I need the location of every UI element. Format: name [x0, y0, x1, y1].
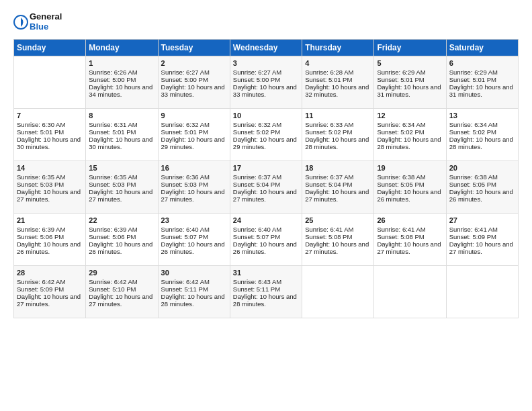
daylight-text: Daylight: 10 hours and 27 minutes.: [233, 188, 299, 203]
sunrise-text: Sunrise: 6:41 AM: [305, 226, 371, 233]
sunset-text: Sunset: 5:01 PM: [17, 128, 83, 136]
sunset-text: Sunset: 5:02 PM: [377, 128, 443, 136]
cell-3-1: 14Sunrise: 6:35 AMSunset: 5:03 PMDayligh…: [14, 161, 86, 213]
daylight-text: Daylight: 10 hours and 33 minutes.: [161, 83, 227, 98]
cell-3-3: 16Sunrise: 6:36 AMSunset: 5:03 PMDayligh…: [158, 161, 230, 213]
day-number: 6: [449, 59, 515, 67]
logo-general: General: [30, 12, 62, 22]
sunrise-text: Sunrise: 6:39 AM: [17, 226, 83, 233]
cell-4-3: 23Sunrise: 6:40 AMSunset: 5:07 PMDayligh…: [158, 213, 230, 265]
cell-1-4: 3Sunrise: 6:27 AMSunset: 5:00 PMDaylight…: [230, 56, 302, 108]
sunset-text: Sunset: 5:02 PM: [305, 128, 371, 136]
sunrise-text: Sunrise: 6:34 AM: [377, 121, 443, 128]
daylight-text: Daylight: 10 hours and 34 minutes.: [89, 83, 154, 98]
sunrise-text: Sunrise: 6:32 AM: [161, 121, 227, 128]
sunset-text: Sunset: 5:01 PM: [305, 76, 371, 83]
daylight-text: Daylight: 10 hours and 31 minutes.: [449, 83, 515, 98]
sunrise-text: Sunrise: 6:33 AM: [305, 121, 371, 128]
sunrise-text: Sunrise: 6:27 AM: [233, 68, 299, 76]
day-number: 29: [89, 269, 154, 277]
day-number: 30: [161, 269, 227, 277]
sunset-text: Sunset: 5:08 PM: [377, 233, 443, 240]
daylight-text: Daylight: 10 hours and 33 minutes.: [233, 83, 299, 98]
day-number: 18: [305, 164, 371, 172]
sunrise-text: Sunrise: 6:32 AM: [233, 121, 299, 128]
sunrise-text: Sunrise: 6:42 AM: [161, 278, 227, 285]
day-number: 31: [233, 269, 299, 277]
daylight-text: Daylight: 10 hours and 27 minutes.: [305, 240, 371, 255]
cell-2-1: 7Sunrise: 6:30 AMSunset: 5:01 PMDaylight…: [14, 108, 86, 161]
day-number: 21: [17, 216, 83, 224]
sunset-text: Sunset: 5:09 PM: [449, 233, 515, 240]
sunrise-text: Sunrise: 6:37 AM: [305, 173, 371, 181]
cell-5-5: [302, 265, 374, 318]
day-number: 15: [89, 164, 154, 172]
sunset-text: Sunset: 5:06 PM: [89, 233, 154, 240]
daylight-text: Daylight: 10 hours and 28 minutes.: [449, 136, 515, 150]
day-number: 25: [305, 216, 371, 224]
sunset-text: Sunset: 5:06 PM: [17, 233, 83, 240]
day-number: 7: [17, 111, 83, 120]
day-number: 2: [161, 59, 227, 67]
sunset-text: Sunset: 5:00 PM: [89, 76, 154, 83]
day-number: 5: [377, 59, 443, 67]
calendar-container: General Blue SundayMondayTuesdayWednesda…: [0, 0, 532, 325]
week-row-5: 28Sunrise: 6:42 AMSunset: 5:09 PMDayligh…: [14, 265, 519, 318]
header-thursday: Thursday: [302, 39, 374, 56]
cell-5-3: 30Sunrise: 6:42 AMSunset: 5:11 PMDayligh…: [158, 265, 230, 318]
cell-2-3: 9Sunrise: 6:32 AMSunset: 5:01 PMDaylight…: [158, 108, 230, 161]
cell-1-7: 6Sunrise: 6:29 AMSunset: 5:01 PMDaylight…: [446, 56, 518, 108]
daylight-text: Daylight: 10 hours and 28 minutes.: [377, 136, 443, 150]
cell-2-6: 12Sunrise: 6:34 AMSunset: 5:02 PMDayligh…: [374, 108, 446, 161]
daylight-text: Daylight: 10 hours and 27 minutes.: [89, 188, 154, 203]
sunset-text: Sunset: 5:02 PM: [449, 128, 515, 136]
daylight-text: Daylight: 10 hours and 27 minutes.: [161, 188, 227, 203]
daylight-text: Daylight: 10 hours and 29 minutes.: [161, 136, 227, 150]
cell-5-1: 28Sunrise: 6:42 AMSunset: 5:09 PMDayligh…: [14, 265, 86, 318]
sunset-text: Sunset: 5:11 PM: [233, 285, 299, 293]
cell-3-6: 19Sunrise: 6:38 AMSunset: 5:05 PMDayligh…: [374, 161, 446, 213]
sunset-text: Sunset: 5:01 PM: [377, 76, 443, 83]
day-number: 28: [17, 269, 83, 277]
logo: General Blue: [13, 12, 62, 32]
day-number: 26: [377, 216, 443, 224]
daylight-text: Daylight: 10 hours and 27 minutes.: [377, 240, 443, 255]
daylight-text: Daylight: 10 hours and 29 minutes.: [233, 136, 299, 150]
sunset-text: Sunset: 5:04 PM: [305, 181, 371, 188]
sunrise-text: Sunrise: 6:37 AM: [233, 173, 299, 181]
sunrise-text: Sunrise: 6:31 AM: [89, 121, 154, 128]
daylight-text: Daylight: 10 hours and 28 minutes.: [233, 293, 299, 308]
sunset-text: Sunset: 5:00 PM: [161, 76, 227, 83]
sunrise-text: Sunrise: 6:40 AM: [233, 226, 299, 233]
cell-1-5: 4Sunrise: 6:28 AMSunset: 5:01 PMDaylight…: [302, 56, 374, 108]
day-number: 4: [305, 59, 371, 67]
sunset-text: Sunset: 5:03 PM: [89, 181, 154, 188]
sunrise-text: Sunrise: 6:28 AM: [305, 68, 371, 76]
sunset-text: Sunset: 5:11 PM: [161, 285, 227, 293]
cell-5-6: [374, 265, 446, 318]
daylight-text: Daylight: 10 hours and 26 minutes.: [233, 240, 299, 255]
cell-5-7: [446, 265, 518, 318]
cell-3-2: 15Sunrise: 6:35 AMSunset: 5:03 PMDayligh…: [86, 161, 158, 213]
daylight-text: Daylight: 10 hours and 27 minutes.: [305, 188, 371, 203]
sunrise-text: Sunrise: 6:43 AM: [233, 278, 299, 285]
cell-1-3: 2Sunrise: 6:27 AMSunset: 5:00 PMDaylight…: [158, 56, 230, 108]
sunrise-text: Sunrise: 6:39 AM: [89, 226, 154, 233]
cell-3-7: 20Sunrise: 6:38 AMSunset: 5:05 PMDayligh…: [446, 161, 518, 213]
sunset-text: Sunset: 5:02 PM: [233, 128, 299, 136]
cell-1-1: [14, 56, 86, 108]
sunrise-text: Sunrise: 6:38 AM: [377, 173, 443, 181]
sunrise-text: Sunrise: 6:29 AM: [449, 68, 515, 76]
header-monday: Monday: [86, 39, 158, 56]
daylight-text: Daylight: 10 hours and 26 minutes.: [449, 188, 515, 203]
day-number: 14: [17, 164, 83, 172]
daylight-text: Daylight: 10 hours and 27 minutes.: [89, 293, 154, 308]
cell-4-7: 27Sunrise: 6:41 AMSunset: 5:09 PMDayligh…: [446, 213, 518, 265]
sunrise-text: Sunrise: 6:29 AM: [377, 68, 443, 76]
daylight-text: Daylight: 10 hours and 28 minutes.: [305, 136, 371, 150]
sunrise-text: Sunrise: 6:38 AM: [449, 173, 515, 181]
day-number: 20: [449, 164, 515, 172]
sunrise-text: Sunrise: 6:35 AM: [89, 173, 154, 181]
daylight-text: Daylight: 10 hours and 30 minutes.: [89, 136, 154, 150]
sunrise-text: Sunrise: 6:27 AM: [161, 68, 227, 76]
